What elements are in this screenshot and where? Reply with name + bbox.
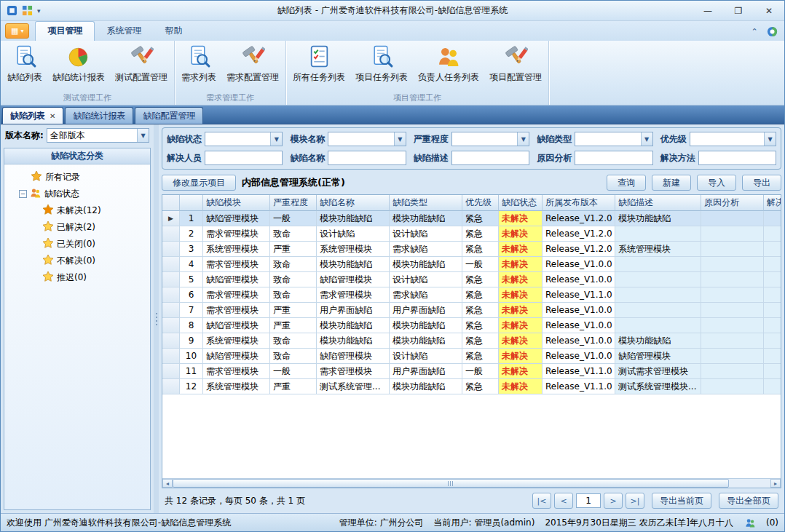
table-row[interactable]: ▶1缺陷管理模块一般模块功能缺陷模块功能缺陷紧急未解决Release_V1.2.…	[162, 211, 781, 226]
qat-dropdown-icon[interactable]: ▾	[36, 7, 42, 15]
grid-cell[interactable]: 致命	[270, 226, 317, 242]
app-menu-button[interactable]: ▦ ▾	[5, 23, 29, 39]
grid-cell[interactable]: 缺陷管理模块	[317, 272, 390, 287]
filter-input[interactable]	[575, 151, 652, 165]
grid-cell[interactable]: 致命	[270, 287, 317, 303]
grid-cell[interactable]	[615, 226, 701, 242]
grid-cell[interactable]: 致命	[270, 272, 317, 287]
grid-cell[interactable]: 设计缺陷	[390, 226, 462, 242]
grid-cell[interactable]: 缺陷管理模块	[203, 318, 270, 333]
ribbon-button[interactable]: 负责人任务列表	[413, 42, 484, 85]
column-header[interactable]: 缺陷模块	[203, 195, 270, 211]
grid-cell[interactable]: 测试系统管理模块...	[615, 379, 701, 394]
grid-cell[interactable]: 未解决	[499, 287, 543, 303]
ribbon-tab-2[interactable]: 系统管理	[95, 22, 153, 41]
grid-cell[interactable]: 系统管理模块	[615, 242, 701, 257]
chevron-down-icon[interactable]: ▼	[641, 132, 652, 146]
grid-cell[interactable]	[615, 287, 701, 303]
grid-cell[interactable]: 测试需求管理模块	[615, 364, 701, 379]
chevron-down-icon[interactable]: ▼	[764, 132, 776, 146]
grid-cell[interactable]: 需求管理模块	[203, 364, 270, 379]
grid-cell[interactable]	[764, 287, 781, 303]
grid-cell[interactable]: 未解决	[499, 257, 543, 272]
grid-cell[interactable]: Release_V1.2.0	[543, 242, 615, 257]
version-combobox[interactable]: 全部版本 ▼	[47, 128, 149, 143]
table-row[interactable]: 7需求管理模块严重用户界面缺陷用户界面缺陷紧急未解决Release_V1.0.0	[162, 303, 781, 318]
ribbon-button[interactable]: 缺陷统计报表	[47, 42, 110, 85]
column-header[interactable]: 严重程度	[270, 195, 317, 211]
grid-cell[interactable]: 用户界面缺陷	[390, 364, 462, 379]
grid-cell[interactable]	[615, 272, 701, 287]
column-header[interactable]: 缺陷名称	[317, 195, 390, 211]
ribbon-button[interactable]: 缺陷列表	[2, 42, 47, 85]
filter-combobox[interactable]: ▼	[575, 132, 652, 146]
grid-cell[interactable]: 致命	[270, 333, 317, 349]
new-button[interactable]: 新建	[652, 175, 691, 191]
grid-cell[interactable]: 未解决	[499, 226, 543, 242]
grid-cell[interactable]: 用户界面缺陷	[390, 303, 462, 318]
grid-cell[interactable]: 缺陷管理模块	[317, 349, 390, 364]
grid-cell[interactable]: 系统管理模块	[317, 242, 390, 257]
tree-expander-icon[interactable]: −	[19, 190, 27, 198]
grid-cell[interactable]: 严重	[270, 242, 317, 257]
grid-cell[interactable]: 未解决	[499, 333, 543, 349]
close-button[interactable]: ✕	[754, 1, 784, 20]
grid-cell[interactable]: 严重	[270, 303, 317, 318]
tree-item[interactable]: 所有记录	[6, 169, 149, 186]
grid-cell[interactable]: 严重	[270, 379, 317, 394]
modify-columns-button[interactable]: 修改显示项目	[162, 175, 236, 191]
filter-combobox[interactable]: ▼	[328, 132, 406, 146]
grid-cell[interactable]	[764, 272, 781, 287]
grid-cell[interactable]: 未解决	[499, 303, 543, 318]
grid-cell[interactable]: Release_V1.2.0	[543, 211, 615, 226]
grid-cell[interactable]	[701, 272, 764, 287]
filter-input[interactable]	[205, 151, 283, 165]
filter-input[interactable]	[328, 151, 406, 165]
grid-cell[interactable]	[764, 242, 781, 257]
grid-cell[interactable]	[701, 349, 764, 364]
grid-cell[interactable]: 模块功能缺陷	[615, 333, 701, 349]
prev-page-button[interactable]: <	[554, 493, 573, 509]
ribbon-button[interactable]: 需求配置管理	[221, 42, 284, 85]
grid-cell[interactable]	[764, 379, 781, 394]
grid-cell[interactable]	[764, 211, 781, 226]
grid-cell[interactable]	[764, 333, 781, 349]
table-row[interactable]: 9系统管理模块致命模块功能缺陷模块功能缺陷紧急未解决Release_V1.0.0…	[162, 333, 781, 349]
grid-cell[interactable]	[701, 318, 764, 333]
grid-cell[interactable]	[764, 303, 781, 318]
grid-cell[interactable]: 模块功能缺陷	[390, 318, 462, 333]
document-tab[interactable]: 缺陷配置管理	[135, 107, 203, 124]
grid-cell[interactable]: 未解决	[499, 272, 543, 287]
maximize-button[interactable]: ❐	[723, 1, 754, 20]
table-row[interactable]: 2需求管理模块致命设计缺陷设计缺陷紧急未解决Release_V1.2.0	[162, 226, 781, 242]
grid-cell[interactable]: 缺陷管理模块	[615, 349, 701, 364]
grid-cell[interactable]: Release_V1.0.0	[543, 303, 615, 318]
grid-cell[interactable]: 需求缺陷	[390, 287, 462, 303]
ribbon-tab-1[interactable]: 项目管理	[35, 21, 95, 41]
grid-cell[interactable]: 需求管理模块	[203, 226, 270, 242]
grid-cell[interactable]: 紧急	[462, 272, 499, 287]
chevron-down-icon[interactable]: ▼	[517, 132, 529, 146]
table-row[interactable]: 5缺陷管理模块致命缺陷管理模块设计缺陷紧急未解决Release_V1.0.0	[162, 272, 781, 287]
ribbon-button[interactable]: 项目任务列表	[350, 42, 413, 85]
grid-cell[interactable]: 未解决	[499, 211, 543, 226]
table-row[interactable]: 10缺陷管理模块致命缺陷管理模块设计缺陷紧急未解决Release_V1.0.0缺…	[162, 349, 781, 364]
grid-cell[interactable]: 模块功能缺陷	[317, 257, 390, 272]
filter-input[interactable]	[451, 151, 529, 165]
scroll-right-icon[interactable]: ▸	[770, 479, 781, 488]
export-button[interactable]: 导出	[742, 175, 781, 191]
column-header[interactable]: 解决方法	[764, 195, 781, 211]
titlebar[interactable]: ▾ 缺陷列表 - 广州爱奇迪软件科技有限公司-缺陷信息管理系统 — ❐ ✕	[1, 1, 784, 21]
grid-cell[interactable]: 缺陷管理模块	[203, 211, 270, 226]
tree-item[interactable]: −缺陷状态	[6, 186, 149, 202]
document-tab[interactable]: 缺陷列表✕	[2, 107, 63, 124]
grid-cell[interactable]: 紧急	[462, 333, 499, 349]
grid-cell[interactable]: 系统管理模块	[203, 379, 270, 394]
filter-input[interactable]	[698, 151, 776, 165]
tree-item[interactable]: 未解决(12)	[6, 202, 149, 219]
tree-item[interactable]: 已关闭(0)	[6, 236, 149, 253]
scrollbar-thumb[interactable]	[173, 479, 729, 488]
grid-cell[interactable]: 一般	[462, 257, 499, 272]
grid-cell[interactable]: 紧急	[462, 287, 499, 303]
horizontal-scrollbar[interactable]: ◂ ▸	[162, 478, 781, 488]
